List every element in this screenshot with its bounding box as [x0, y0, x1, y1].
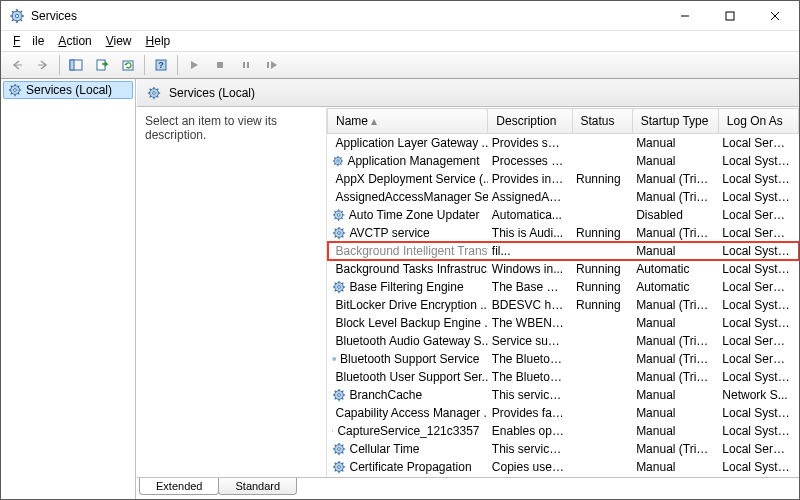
service-row[interactable]: Block Level Backup Engine ...The WBENG..…	[328, 314, 799, 332]
service-logon: Local Syste...	[718, 458, 798, 476]
service-row[interactable]: Bluetooth User Support Ser...The Bluetoo…	[328, 368, 799, 386]
service-row[interactable]: Application Layer Gateway ...Provides su…	[328, 134, 799, 153]
service-name: Cellular Time	[350, 442, 420, 456]
service-logon: Local Syste...	[718, 260, 798, 278]
service-row[interactable]: AVCTP serviceThis is Audi...RunningManua…	[328, 224, 799, 242]
service-startup: Manual (Trig...	[632, 332, 718, 350]
svg-rect-23	[267, 62, 269, 68]
service-icon	[332, 424, 334, 438]
service-logon: Local Service	[718, 134, 798, 153]
menu-view[interactable]: View	[100, 33, 138, 49]
service-row[interactable]: Auto Time Zone UpdaterAutomatica...Disab…	[328, 206, 799, 224]
export-list-button[interactable]	[90, 54, 114, 76]
service-startup: Manual	[632, 134, 718, 153]
window-title: Services	[31, 9, 662, 23]
column-header-description[interactable]: Description	[488, 109, 572, 134]
service-row[interactable]: BitLocker Drive Encryption ...BDESVC hos…	[328, 296, 799, 314]
service-name: Background Tasks Infrastruc...	[336, 262, 488, 276]
service-logon: Local Syste...	[718, 170, 798, 188]
pause-service-button	[234, 54, 258, 76]
service-logon: Local Syste...	[718, 296, 798, 314]
service-startup: Manual (Trig...	[632, 368, 718, 386]
service-row[interactable]: Application ManagementProcesses in...Man…	[328, 152, 799, 170]
column-header-status[interactable]: Status	[572, 109, 632, 134]
service-row[interactable]: AppX Deployment Service (...Provides inf…	[328, 170, 799, 188]
column-header-startup[interactable]: Startup Type	[632, 109, 718, 134]
service-logon: Local Service	[718, 224, 798, 242]
service-name: BitLocker Drive Encryption ...	[336, 298, 488, 312]
menu-action[interactable]: Action	[52, 33, 97, 49]
service-description: Enables opti...	[488, 422, 572, 440]
service-status	[572, 242, 632, 260]
service-row[interactable]: Capability Access Manager ...Provides fa…	[328, 404, 799, 422]
service-logon: Local Service	[718, 332, 798, 350]
menu-file[interactable]: File	[7, 33, 50, 49]
start-service-button	[182, 54, 206, 76]
service-description: Windows in...	[488, 260, 572, 278]
console-tree[interactable]: Services (Local)	[1, 79, 136, 499]
services-list[interactable]: Name ▴ Description Status Startup Type L…	[327, 108, 799, 477]
services-icon	[8, 83, 22, 97]
service-description: The Base Fil...	[488, 278, 572, 296]
service-status	[572, 440, 632, 458]
service-row[interactable]: BranchCacheThis service ...ManualNetwork…	[328, 386, 799, 404]
column-header-name[interactable]: Name ▴	[328, 109, 488, 134]
service-description: This is Audi...	[488, 224, 572, 242]
menu-help[interactable]: Help	[140, 33, 177, 49]
service-row[interactable]: Bluetooth Support ServiceThe Bluetoo...M…	[328, 350, 799, 368]
titlebar[interactable]: Services	[1, 1, 799, 31]
service-status: Running	[572, 224, 632, 242]
service-description: Processes in...	[488, 152, 572, 170]
service-description: BDESVC hos...	[488, 296, 572, 314]
service-status	[572, 422, 632, 440]
service-row[interactable]: Cellular TimeThis service ...Manual (Tri…	[328, 440, 799, 458]
service-row[interactable]: Certificate PropagationCopies user ...Ma…	[328, 458, 799, 476]
menubar: File Action View Help	[1, 31, 799, 51]
help-button[interactable]: ?	[149, 54, 173, 76]
service-icon	[332, 442, 346, 456]
service-logon: Local Service	[718, 350, 798, 368]
minimize-button[interactable]	[662, 1, 707, 30]
service-logon: Local Service	[718, 278, 798, 296]
maximize-button[interactable]	[707, 1, 752, 30]
service-description: The WBENG...	[488, 314, 572, 332]
service-startup: Automatic	[632, 260, 718, 278]
tab-standard[interactable]: Standard	[218, 478, 297, 495]
show-hide-tree-button[interactable]	[64, 54, 88, 76]
description-pane: Select an item to view its description.	[137, 108, 327, 477]
nav-back-button	[5, 54, 29, 76]
tree-node-services-local[interactable]: Services (Local)	[3, 81, 133, 99]
service-logon: Local Syste...	[718, 404, 798, 422]
service-logon: Local Syste...	[718, 368, 798, 386]
service-icon	[332, 460, 346, 474]
service-icon	[332, 352, 337, 366]
service-row[interactable]: Bluetooth Audio Gateway S...Service sup.…	[328, 332, 799, 350]
service-row[interactable]: AssignedAccessManager Se...AssignedAc...…	[328, 188, 799, 206]
description-prompt: Select an item to view its description.	[145, 114, 277, 142]
service-name: Certificate Propagation	[350, 460, 472, 474]
refresh-button[interactable]	[116, 54, 140, 76]
service-description: Service sup...	[488, 332, 572, 350]
service-name: Application Layer Gateway ...	[336, 136, 488, 150]
view-tabs: Extended Standard	[137, 477, 799, 499]
service-startup: Manual (Trig...	[632, 296, 718, 314]
service-logon: Local Service	[718, 440, 798, 458]
service-name: Block Level Backup Engine ...	[336, 316, 488, 330]
service-row[interactable]: Background Tasks Infrastruc...Windows in…	[328, 260, 799, 278]
service-startup: Automatic	[632, 278, 718, 296]
service-description: The Bluetoo...	[488, 368, 572, 386]
column-header-logon[interactable]: Log On As	[718, 109, 798, 134]
service-row[interactable]: Background Intelligent Transfer Servicef…	[328, 242, 799, 260]
service-row[interactable]: Base Filtering EngineThe Base Fil...Runn…	[328, 278, 799, 296]
service-startup: Manual (Trig...	[632, 224, 718, 242]
service-status	[572, 152, 632, 170]
service-status	[572, 314, 632, 332]
toolbar: ?	[1, 51, 799, 79]
service-row[interactable]: CaptureService_121c3357Enables opti...Ma…	[328, 422, 799, 440]
svg-rect-11	[726, 12, 734, 20]
close-button[interactable]	[752, 1, 797, 30]
service-icon	[332, 154, 344, 168]
service-status: Running	[572, 260, 632, 278]
service-logon: Local Service	[718, 206, 798, 224]
tab-extended[interactable]: Extended	[139, 478, 219, 495]
